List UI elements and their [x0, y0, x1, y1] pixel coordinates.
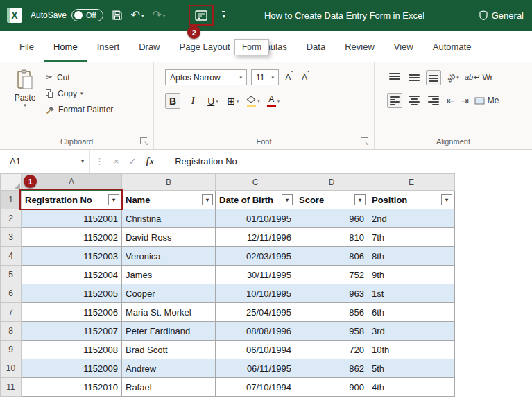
tab-review[interactable]: Review — [335, 35, 384, 62]
cell[interactable]: 08/08/1996 — [216, 322, 295, 341]
increase-indent-button[interactable]: ⇥ — [460, 96, 470, 106]
cell[interactable]: 1152003 — [22, 247, 122, 266]
row-header-5[interactable]: 5 — [1, 266, 22, 284]
align-middle-button[interactable] — [406, 70, 422, 85]
cell[interactable]: 07/10/1994 — [216, 378, 295, 397]
cell[interactable]: 1152007 — [22, 322, 122, 341]
tab-page-layout[interactable]: Page Layout — [170, 35, 240, 62]
cell[interactable]: Cooper — [122, 284, 216, 303]
cell[interactable]: 10/10/1995 — [216, 284, 295, 303]
row-header-10[interactable]: 10 — [1, 359, 22, 378]
cell[interactable]: 8th — [368, 247, 455, 266]
cell[interactable]: 806 — [295, 247, 368, 266]
cut-button[interactable]: ✂ Cut — [46, 72, 113, 83]
row-header-9[interactable]: 9 — [1, 341, 22, 359]
align-center-button[interactable] — [406, 93, 422, 108]
row-header-6[interactable]: 6 — [1, 284, 22, 303]
cell[interactable]: 1152008 — [22, 341, 122, 359]
column-header-D[interactable]: D — [295, 174, 368, 191]
cell[interactable]: 12/11/1996 — [216, 228, 295, 247]
tab-file[interactable]: File — [10, 35, 44, 62]
italic-button[interactable]: I — [185, 93, 200, 109]
borders-button[interactable]: ⊞ ▾ — [225, 93, 241, 109]
row-header-11[interactable]: 11 — [1, 378, 22, 397]
align-right-button[interactable] — [426, 93, 441, 108]
tab-home[interactable]: Home — [44, 35, 87, 62]
filter-dropdown-button[interactable]: ▾ — [108, 194, 119, 205]
merge-center-button[interactable]: Me — [474, 96, 499, 105]
orientation-button[interactable]: ab ▾ — [445, 69, 461, 85]
customize-quick-access-button[interactable]: ▾ — [222, 11, 225, 19]
format-painter-button[interactable]: Format Painter — [46, 105, 113, 114]
table-header-score[interactable]: Score▾ — [295, 191, 368, 209]
underline-button[interactable]: U ▾ — [205, 93, 221, 109]
copy-button[interactable]: Copy ▾ — [46, 89, 113, 98]
cell[interactable]: 1152006 — [22, 303, 122, 322]
cell[interactable]: 9th — [368, 266, 455, 284]
table-header-name[interactable]: Name▾ — [122, 191, 216, 209]
cell[interactable]: 1152010 — [22, 378, 122, 397]
cell[interactable]: 1152005 — [22, 284, 122, 303]
cell[interactable]: 2nd — [368, 209, 455, 228]
filter-dropdown-button[interactable]: ▾ — [282, 194, 293, 205]
fill-color-button[interactable]: ▾ — [246, 93, 261, 109]
formula-bar-resize-handle[interactable]: ⋮ — [95, 156, 104, 166]
cell[interactable]: 25/04/1995 — [216, 303, 295, 322]
row-header-2[interactable]: 2 — [1, 209, 22, 228]
cell[interactable]: 862 — [295, 359, 368, 378]
autosave-toggle[interactable]: AutoSave Off — [31, 9, 103, 21]
font-dialog-launcher[interactable]: ↘ — [361, 137, 368, 144]
insert-function-button[interactable]: fx — [146, 156, 155, 167]
cell[interactable]: 4th — [368, 378, 455, 397]
tab-data[interactable]: Data — [297, 35, 335, 62]
sensitivity-label-button[interactable]: General — [479, 10, 525, 21]
cell[interactable]: 900 — [295, 378, 368, 397]
table-header-date-of-birth[interactable]: Date of Birth▾ — [216, 191, 295, 209]
cell[interactable]: Christina — [122, 209, 216, 228]
column-header-C[interactable]: C — [216, 174, 295, 191]
row-header-7[interactable]: 7 — [1, 303, 22, 322]
bold-button[interactable]: B — [165, 93, 180, 109]
cell[interactable]: 960 — [295, 209, 368, 228]
cell[interactable]: Maria St. Morkel — [122, 303, 216, 322]
paste-button[interactable]: Paste ▾ — [8, 69, 42, 109]
cell[interactable]: Veronica — [122, 247, 216, 266]
row-header-1[interactable]: 1 — [1, 191, 22, 209]
wrap-text-button[interactable]: ab↵ Wr — [465, 73, 493, 83]
row-header-3[interactable]: 3 — [1, 228, 22, 247]
cell[interactable]: 3rd — [368, 322, 455, 341]
column-header-E[interactable]: E — [368, 174, 455, 191]
filter-dropdown-button[interactable]: ▾ — [441, 194, 452, 205]
cancel-icon[interactable]: × — [114, 156, 119, 166]
tab-draw[interactable]: Draw — [129, 35, 169, 62]
align-bottom-button[interactable] — [426, 70, 441, 85]
tab-view[interactable]: View — [384, 35, 423, 62]
name-box[interactable]: A1 ▾ — [0, 150, 90, 173]
cell[interactable]: 856 — [295, 303, 368, 322]
row-header-8[interactable]: 8 — [1, 322, 22, 341]
filter-dropdown-button[interactable]: ▾ — [354, 194, 366, 205]
cell[interactable]: 752 — [295, 266, 368, 284]
font-color-button[interactable]: A ▾ — [266, 93, 281, 109]
cell[interactable]: 1152001 — [22, 209, 122, 228]
decrease-indent-button[interactable]: ⇤ — [445, 96, 456, 106]
autosave-switch[interactable]: Off — [71, 9, 103, 21]
cell[interactable]: James — [122, 266, 216, 284]
cell[interactable]: 958 — [295, 322, 368, 341]
undo-button[interactable]: ↶ ▾ — [131, 10, 144, 21]
redo-button[interactable]: ↷ ▾ — [152, 10, 165, 21]
align-top-button[interactable] — [387, 70, 402, 85]
cell[interactable]: 06/10/1994 — [216, 341, 295, 359]
cell[interactable]: 06/11/1995 — [216, 359, 295, 378]
save-button[interactable] — [112, 10, 123, 21]
cell[interactable]: 5th — [368, 359, 455, 378]
font-size-combobox[interactable]: 11 ▾ — [251, 69, 279, 85]
filter-dropdown-button[interactable]: ▾ — [202, 194, 213, 205]
font-name-combobox[interactable]: Aptos Narrow ▾ — [165, 69, 247, 85]
cell[interactable]: 01/10/1995 — [216, 209, 295, 228]
cell[interactable]: Peter Fardinand — [122, 322, 216, 341]
decrease-font-size-button[interactable]: Aˇ — [300, 72, 312, 83]
cell[interactable]: 1152004 — [22, 266, 122, 284]
table-header-position[interactable]: Position▾ — [368, 191, 455, 209]
cell[interactable]: 02/03/1995 — [216, 247, 295, 266]
